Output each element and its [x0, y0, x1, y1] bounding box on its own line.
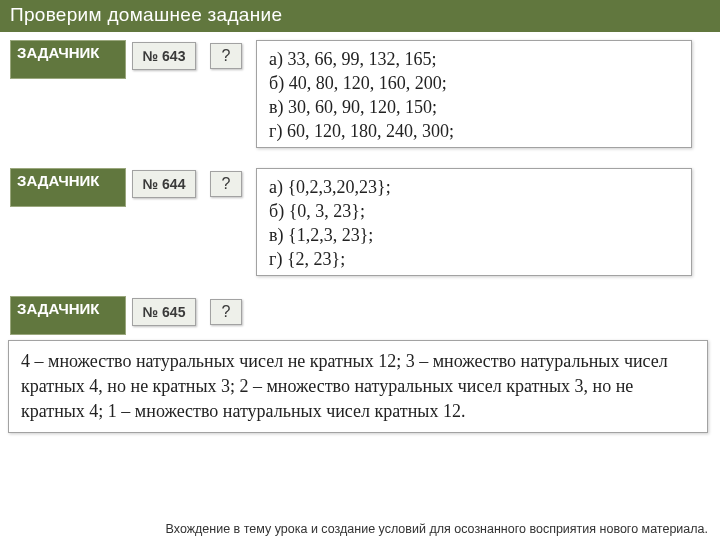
answer-line: г) {2, 23}; — [269, 247, 679, 271]
footer-note: Вхождение в тему урока и создание услови… — [166, 522, 708, 536]
task-block-643: ЗАДАЧНИК № 643 ? а) 33, 66, 99, 132, 165… — [10, 40, 692, 148]
answer-line: б) {0, 3, 23}; — [269, 199, 679, 223]
task-label: ЗАДАЧНИК — [10, 168, 126, 207]
answer-line: в) {1,2,3, 23}; — [269, 223, 679, 247]
answer-line: а) 33, 66, 99, 132, 165; — [269, 47, 679, 71]
task-label: ЗАДАЧНИК — [10, 296, 126, 335]
task-number-645: № 645 — [132, 298, 196, 326]
page-title: Проверим домашнее задание — [0, 0, 720, 32]
task-block-644: ЗАДАЧНИК № 644 ? а) {0,2,3,20,23}; б) {0… — [10, 168, 692, 276]
question-mark-645[interactable]: ? — [210, 299, 242, 325]
task-number-643: № 643 — [132, 42, 196, 70]
answer-box-644: а) {0,2,3,20,23}; б) {0, 3, 23}; в) {1,2… — [256, 168, 692, 276]
task-block-645: ЗАДАЧНИК № 645 ? — [10, 296, 242, 335]
question-mark-644[interactable]: ? — [210, 171, 242, 197]
task-label: ЗАДАЧНИК — [10, 40, 126, 79]
answer-line: а) {0,2,3,20,23}; — [269, 175, 679, 199]
answer-box-643: а) 33, 66, 99, 132, 165; б) 40, 80, 120,… — [256, 40, 692, 148]
answer-line: б) 40, 80, 120, 160, 200; — [269, 71, 679, 95]
answer-box-645: 4 – множество натуральных чисел не кратн… — [8, 340, 708, 433]
task-number-644: № 644 — [132, 170, 196, 198]
question-mark-643[interactable]: ? — [210, 43, 242, 69]
answer-line: в) 30, 60, 90, 120, 150; — [269, 95, 679, 119]
answer-line: г) 60, 120, 180, 240, 300; — [269, 119, 679, 143]
